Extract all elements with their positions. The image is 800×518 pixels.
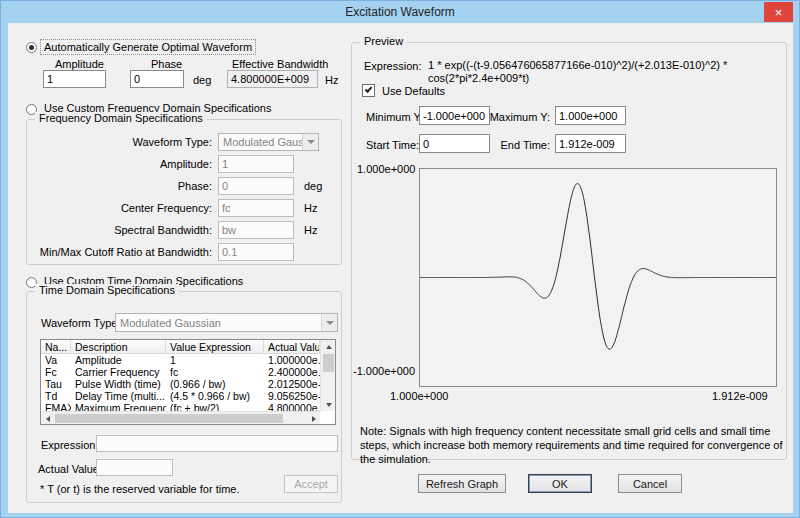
preview-expression-label: Expression: <box>364 60 421 72</box>
table-row[interactable]: VaAmplitude11.000000e.. <box>41 354 320 366</box>
frequency-domain-group: Frequency Domain Specifications Waveform… <box>26 119 342 265</box>
minimum-y-input[interactable] <box>419 106 490 125</box>
start-time-label: Start Time: <box>366 139 419 151</box>
phase-label: Phase <box>151 58 182 70</box>
field-label: Min/Max Cutoff Ratio at Bandwidth: <box>37 246 212 258</box>
field-label: Phase: <box>37 180 212 192</box>
column-header[interactable]: Na... <box>41 340 71 353</box>
table-cell: 9.056250e-. <box>264 390 320 402</box>
table-cell: Fc <box>41 366 71 378</box>
time-domain-group-title: Time Domain Specifications <box>35 284 179 296</box>
use-defaults-checkbox[interactable] <box>362 84 375 97</box>
waveform-type-select: Modulated Gaussian <box>218 133 319 151</box>
amplitude-input[interactable] <box>43 70 106 88</box>
table-row[interactable]: TdDelay Time (multi...(4.5 * 0.966 / bw)… <box>41 390 320 402</box>
preview-group: Preview Expression: 1 * exp((-(t-9.05647… <box>351 42 787 460</box>
td-waveform-type-label: Waveform Type: <box>41 317 120 329</box>
amplitude-row: Amplitude: <box>37 155 331 173</box>
chevron-down-icon <box>321 314 337 331</box>
column-header[interactable]: Actual Value <box>264 340 320 353</box>
table-cell: Tau <box>41 378 71 390</box>
maximum-y-label: Maximum Y: <box>487 111 550 123</box>
titlebar: Excitation Waveform × <box>1 1 799 23</box>
table-cell: (0.966 / bw) <box>166 378 264 390</box>
table-cell: fc <box>166 366 264 378</box>
preview-group-title: Preview <box>360 35 407 47</box>
unit-label: Hz <box>304 202 317 214</box>
td-expression-input <box>96 435 338 452</box>
vertical-scroll-thumb[interactable] <box>323 354 334 372</box>
table-row[interactable]: FcCarrier Frequencyfc2.400000e.. <box>41 366 320 378</box>
time-domain-table-header[interactable]: Na...DescriptionValue ExpressionActual V… <box>41 340 320 354</box>
time-footnote: * T (or t) is the reserved variable for … <box>40 483 240 495</box>
unit-label: deg <box>304 180 322 192</box>
time-domain-group: Time Domain Specifications Waveform Type… <box>26 291 342 503</box>
scroll-right-button[interactable] <box>307 412 320 425</box>
field-label: Spectral Bandwidth: <box>37 224 212 236</box>
scroll-left-button[interactable] <box>41 412 54 425</box>
excitation-waveform-dialog: Excitation Waveform × Automatically Gene… <box>0 0 800 518</box>
table-cell: Delay Time (multi... <box>71 390 166 402</box>
td-expression-label: Expression: <box>41 439 98 451</box>
table-cell: (4.5 * 0.966 / bw) <box>166 390 264 402</box>
table-cell: 1.000000e.. <box>264 354 320 366</box>
table-cell: 1 <box>166 354 264 366</box>
table-cell: FMAX <box>41 402 71 411</box>
end-time-input[interactable] <box>555 134 626 153</box>
phase-input[interactable] <box>130 70 184 88</box>
table-row[interactable]: FMAXMaximum Frequency(fc + bw/2)4.800000… <box>41 402 320 411</box>
phase-unit-label: deg <box>193 74 211 86</box>
check-icon <box>365 85 373 93</box>
y-axis-min-label: -1.000e+000 <box>353 365 415 377</box>
start-time-input[interactable] <box>419 134 490 153</box>
table-cell: 2.400000e.. <box>264 366 320 378</box>
waveform-type-row: Waveform Type: Modulated Gaussian <box>37 133 331 151</box>
column-header[interactable]: Description <box>71 340 166 353</box>
table-cell: Amplitude <box>71 354 166 366</box>
time-domain-table-rows[interactable]: VaAmplitude11.000000e..FcCarrier Frequen… <box>41 354 320 411</box>
table-cell: 4.800000e.. <box>264 402 320 411</box>
frequency-domain-rows: Waveform Type: Modulated Gaussian Amplit… <box>27 120 341 265</box>
radio-auto-generate-label[interactable]: Automatically Generate Optimal Waveform <box>40 39 256 55</box>
center-frequency-row: Center Frequency: Hz <box>37 199 331 217</box>
cutoff-ratio-row: Min/Max Cutoff Ratio at Bandwidth: <box>37 243 331 261</box>
amplitude-label: Amplitude <box>55 58 104 70</box>
table-row[interactable]: TauPulse Width (time)(0.966 / bw)2.01250… <box>41 378 320 390</box>
field-label: Amplitude: <box>37 158 212 170</box>
td-actual-value-input <box>96 459 173 476</box>
horizontal-scrollbar[interactable] <box>41 411 320 424</box>
spectral-bandwidth-row: Spectral Bandwidth: Hz <box>37 221 331 239</box>
phase-row: Phase: deg <box>37 177 331 195</box>
fd-amplitude-input <box>218 155 294 173</box>
spectral-bandwidth-input <box>218 221 294 239</box>
cancel-button[interactable]: Cancel <box>618 474 682 493</box>
bandwidth-unit-label: Hz <box>325 74 338 86</box>
scroll-down-button[interactable] <box>321 398 336 411</box>
unit-label: Hz <box>304 224 317 236</box>
x-axis-right-label: 1.912e-009 <box>712 390 768 402</box>
td-actual-value-label: Actual Value: <box>38 463 102 475</box>
time-domain-table[interactable]: Na...DescriptionValue ExpressionActual V… <box>40 339 336 425</box>
table-cell: Carrier Frequency <box>71 366 166 378</box>
td-waveform-type-select: Modulated Gaussian <box>115 313 338 332</box>
vertical-scrollbar[interactable] <box>320 340 335 411</box>
column-header[interactable]: Value Expression <box>166 340 264 353</box>
dialog-content: Automatically Generate Optimal Waveform … <box>8 23 793 513</box>
note-text: Note: Signals with high frequency conten… <box>360 424 784 466</box>
use-defaults-label[interactable]: Use Defaults <box>382 85 445 97</box>
ok-button[interactable]: OK <box>528 474 592 493</box>
close-button[interactable]: × <box>764 2 793 22</box>
horizontal-scroll-thumb[interactable] <box>55 414 283 423</box>
end-time-label: End Time: <box>487 139 550 151</box>
table-cell: Pulse Width (time) <box>71 378 166 390</box>
refresh-graph-button[interactable]: Refresh Graph <box>418 474 506 493</box>
table-cell: Maximum Frequency <box>71 402 166 411</box>
scroll-up-button[interactable] <box>321 340 336 353</box>
accept-button: Accept <box>284 475 338 493</box>
x-axis-left-label: 1.000e+000 <box>390 390 448 402</box>
chevron-down-icon <box>302 134 318 150</box>
field-label: Waveform Type: <box>37 136 212 148</box>
maximum-y-input[interactable] <box>555 106 626 125</box>
effective-bandwidth-field <box>227 70 318 88</box>
radio-auto-generate[interactable] <box>26 42 37 53</box>
